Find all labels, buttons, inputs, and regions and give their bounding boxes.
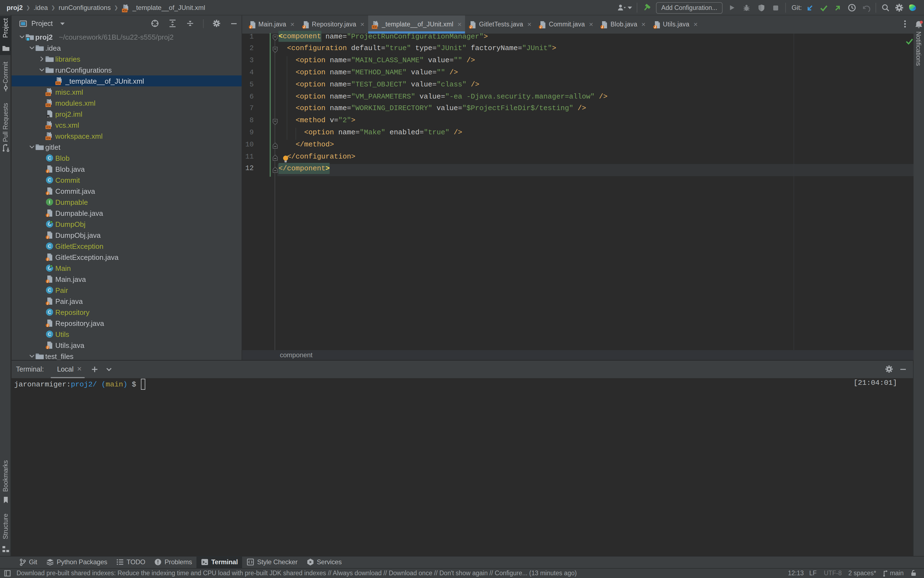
svg-text:C: C xyxy=(48,332,51,337)
svg-text:J: J xyxy=(601,25,603,29)
svg-text:<>: <> xyxy=(56,81,60,85)
svg-text:<>: <> xyxy=(46,92,50,96)
svg-text:<>: <> xyxy=(46,125,50,129)
svg-text:C: C xyxy=(48,310,51,315)
svg-text:I: I xyxy=(49,200,50,205)
svg-text:<>: <> xyxy=(46,136,50,140)
svg-text:J: J xyxy=(47,191,49,195)
svg-text:C: C xyxy=(48,177,51,183)
svg-text:J: J xyxy=(47,301,49,305)
svg-text:J: J xyxy=(47,346,49,349)
svg-text:J: J xyxy=(47,235,49,239)
svg-text:J: J xyxy=(249,25,251,29)
svg-text:J: J xyxy=(303,25,305,29)
svg-text:C: C xyxy=(48,156,51,161)
svg-text:J: J xyxy=(654,25,656,29)
svg-text:C: C xyxy=(48,244,51,249)
svg-text:J: J xyxy=(47,279,49,283)
svg-text:J: J xyxy=(47,213,49,217)
svg-text:J: J xyxy=(540,25,542,29)
svg-text:C: C xyxy=(48,287,51,293)
svg-text:J: J xyxy=(47,169,49,173)
svg-text:J: J xyxy=(47,257,49,261)
svg-text:<>: <> xyxy=(122,8,126,12)
svg-text:<>: <> xyxy=(46,103,50,107)
svg-text:J: J xyxy=(470,25,472,29)
svg-text:<>: <> xyxy=(372,25,376,29)
svg-text:J: J xyxy=(47,323,49,327)
